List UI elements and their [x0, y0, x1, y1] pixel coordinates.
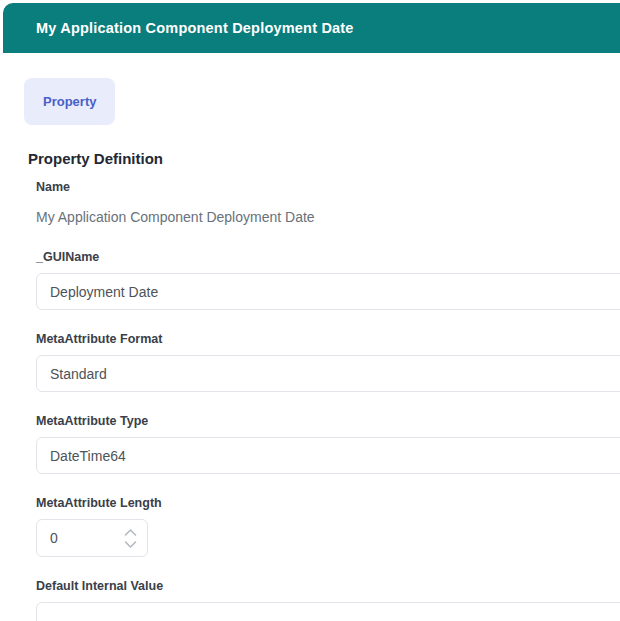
meta-format-input[interactable]	[36, 355, 620, 392]
field-default-internal-value: Default Internal Value	[36, 579, 620, 621]
name-value: My Application Component Deployment Date	[36, 209, 620, 225]
field-meta-type: MetaAttribute Type	[36, 414, 620, 474]
tab-property[interactable]: Property	[24, 78, 115, 125]
gui-name-input[interactable]	[36, 273, 620, 310]
meta-format-label: MetaAttribute Format	[36, 332, 620, 346]
field-meta-length: MetaAttribute Length	[36, 496, 620, 557]
chevron-up-icon[interactable]	[122, 527, 138, 538]
meta-length-stepper	[36, 519, 148, 557]
meta-type-label: MetaAttribute Type	[36, 414, 620, 428]
panel-header: My Application Component Deployment Date	[3, 3, 620, 53]
page-title: My Application Component Deployment Date	[36, 20, 354, 36]
chevron-down-icon[interactable]	[122, 539, 138, 550]
field-meta-format: MetaAttribute Format	[36, 332, 620, 392]
default-internal-value-label: Default Internal Value	[36, 579, 620, 593]
field-name: Name My Application Component Deployment…	[36, 180, 620, 225]
meta-type-input[interactable]	[36, 437, 620, 474]
meta-length-input[interactable]	[37, 520, 99, 556]
field-gui-name: _GUIName	[36, 250, 620, 310]
property-definition-form: Name My Application Component Deployment…	[36, 180, 620, 621]
default-internal-value-input[interactable]	[36, 602, 620, 621]
gui-name-label: _GUIName	[36, 250, 620, 264]
tab-bar: Property	[24, 78, 620, 125]
section-title: Property Definition	[28, 150, 620, 167]
name-label: Name	[36, 180, 620, 194]
meta-length-label: MetaAttribute Length	[36, 496, 620, 510]
stepper-buttons	[122, 527, 138, 550]
